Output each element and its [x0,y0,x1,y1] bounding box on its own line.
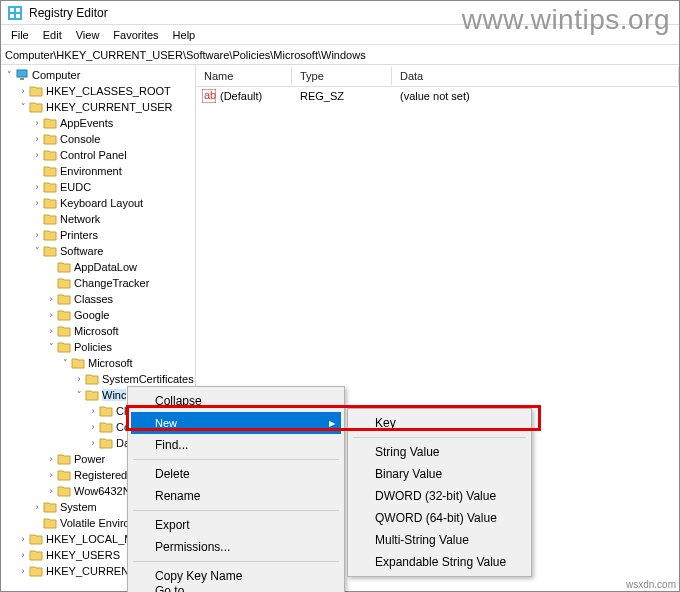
expander-icon[interactable]: ˅ [73,390,85,400]
expander-icon[interactable]: ˅ [45,342,57,352]
expander-icon[interactable]: › [31,182,43,192]
svg-rect-4 [16,14,20,18]
menu-help[interactable]: Help [167,27,202,43]
tree-item-printers[interactable]: › Printers [1,227,195,243]
expander-icon[interactable]: ˅ [59,358,71,368]
menu-favorites[interactable]: Favorites [107,27,164,43]
submenu-qword[interactable]: QWORD (64-bit) Value [351,507,528,529]
expander-icon[interactable]: › [31,134,43,144]
tree-item-syscert[interactable]: › SystemCertificates [1,371,195,387]
tree-item-label: Wow6432N [74,485,131,497]
tree-item-computer[interactable]: ˅ Computer [1,67,195,83]
expander-icon[interactable]: ˅ [3,70,15,80]
row-name: (Default) [220,90,262,102]
expander-icon[interactable]: › [87,406,99,416]
col-header-data[interactable]: Data [392,67,679,85]
expander-icon[interactable]: › [31,150,43,160]
tree-item-label: Keyboard Layout [60,197,143,209]
tree-item-label: Volatile Enviro [60,517,130,529]
tree-item-label: Microsoft [74,325,119,337]
expander-icon[interactable]: › [17,566,29,576]
tree-item-label: SystemCertificates [102,373,194,385]
tree-item-eudc[interactable]: › EUDC [1,179,195,195]
tree-item-changetracker[interactable]: ChangeTracker [1,275,195,291]
tree-item-microsoft2[interactable]: ˅ Microsoft [1,355,195,371]
tree-item-hkcu[interactable]: ˅ HKEY_CURRENT_USER [1,99,195,115]
expander-icon[interactable]: › [31,118,43,128]
expander-icon[interactable]: › [45,310,57,320]
tree-item-label: HKEY_CURRENT_USER [46,101,173,113]
address-bar[interactable]: Computer\HKEY_CURRENT_USER\Software\Poli… [1,45,679,65]
expander-icon[interactable]: › [45,294,57,304]
tree-item-label: Console [60,133,100,145]
col-header-type[interactable]: Type [292,67,392,85]
tree-item-label: Control Panel [60,149,127,161]
submenu-binary[interactable]: Binary Value [351,463,528,485]
ctx-export[interactable]: Export [131,514,341,536]
reg-sz-icon: ab [202,89,216,103]
tree-item-label: AppEvents [60,117,113,129]
expander-icon[interactable]: ˅ [17,102,29,112]
tree-item-label: System [60,501,97,513]
menu-view[interactable]: View [70,27,106,43]
expander-icon[interactable]: › [31,198,43,208]
tree-item-hkcr[interactable]: › HKEY_CLASSES_ROOT [1,83,195,99]
expander-icon[interactable]: › [31,502,43,512]
expander-icon[interactable]: › [45,454,57,464]
tree-item-google[interactable]: › Google [1,307,195,323]
menu-file[interactable]: File [5,27,35,43]
tree-item-appdatalow[interactable]: AppDataLow [1,259,195,275]
submenu-string[interactable]: String Value [351,441,528,463]
expander-icon[interactable]: ˅ [31,246,43,256]
separator [133,459,339,460]
expander-icon[interactable]: › [31,230,43,240]
submenu-dword[interactable]: DWORD (32-bit) Value [351,485,528,507]
tree-item-keyboard[interactable]: › Keyboard Layout [1,195,195,211]
expander-icon[interactable]: › [87,422,99,432]
tree-item-classes[interactable]: › Classes [1,291,195,307]
col-header-name[interactable]: Name [196,67,292,85]
ctx-rename[interactable]: Rename [131,485,341,507]
ctx-find[interactable]: Find... [131,434,341,456]
tree-item-label: Policies [74,341,112,353]
separator [133,561,339,562]
tree-item-controlpanel[interactable]: › Control Panel [1,147,195,163]
tree-item-label: Network [60,213,100,225]
tree-item-label: Software [60,245,103,257]
submenu-arrow-icon: ▶ [329,419,335,428]
submenu-multistring[interactable]: Multi-String Value [351,529,528,551]
tree-item-appevents[interactable]: › AppEvents [1,115,195,131]
window-title: Registry Editor [29,6,108,20]
new-submenu: Key String Value Binary Value DWORD (32-… [347,408,532,577]
ctx-permissions[interactable]: Permissions... [131,536,341,558]
tree-item-network[interactable]: Network [1,211,195,227]
expander-icon[interactable]: › [45,326,57,336]
tree-item-label: Printers [60,229,98,241]
list-row[interactable]: ab (Default) REG_SZ (value not set) [196,87,679,105]
expander-icon[interactable]: › [45,486,57,496]
expander-icon[interactable]: › [17,550,29,560]
ctx-collapse[interactable]: Collapse [131,390,341,412]
tree-item-label: EUDC [60,181,91,193]
expander-icon[interactable]: › [17,86,29,96]
tree-item-console[interactable]: › Console [1,131,195,147]
tree-item-policies[interactable]: ˅ Policies [1,339,195,355]
expander-icon[interactable]: › [45,470,57,480]
watermark-text: www.wintips.org [462,4,670,36]
submenu-key[interactable]: Key [351,412,528,434]
ctx-delete[interactable]: Delete [131,463,341,485]
expander-icon[interactable]: › [73,374,85,384]
separator [353,437,526,438]
submenu-expstring[interactable]: Expandable String Value [351,551,528,573]
ctx-new[interactable]: New ▶ [131,412,341,434]
expander-icon[interactable]: › [87,438,99,448]
ctx-goto[interactable]: Go to HKEY_LOCAL_MACHINE [131,587,341,592]
tree-item-software[interactable]: ˅ Software [1,243,195,259]
tree-item-label: Cl [116,405,126,417]
expander-icon[interactable]: › [17,534,29,544]
menu-edit[interactable]: Edit [37,27,68,43]
tree-item-label: HKEY_USERS [46,549,120,561]
tree-item-environment[interactable]: Environment [1,163,195,179]
tree-item-microsoft1[interactable]: › Microsoft [1,323,195,339]
tree-item-label: Winc [102,389,126,401]
